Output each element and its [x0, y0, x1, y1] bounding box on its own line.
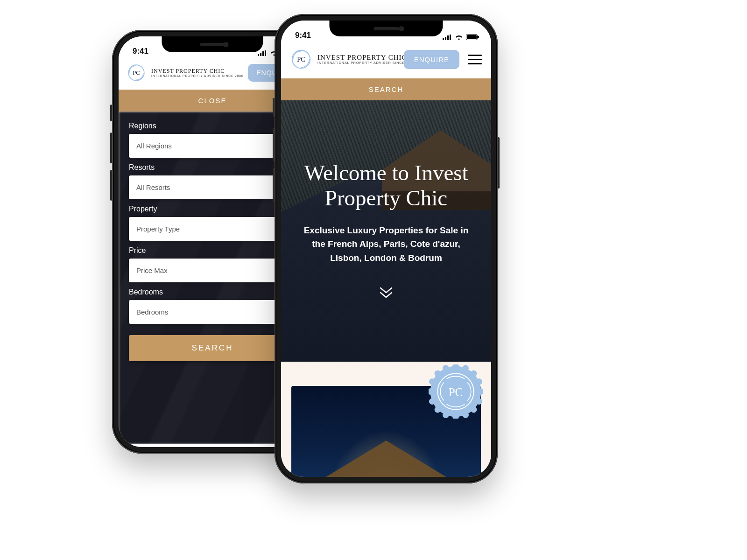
select-resorts[interactable]: All Resorts	[129, 175, 296, 199]
svg-rect-1	[260, 53, 261, 56]
hero: Welcome to Invest Property Chic Exclusiv…	[281, 100, 491, 362]
svg-point-35	[476, 378, 483, 385]
svg-point-31	[443, 412, 449, 419]
svg-point-27	[435, 406, 441, 413]
svg-text:PC: PC	[297, 56, 305, 63]
svg-rect-11	[447, 35, 449, 40]
svg-rect-10	[445, 37, 446, 40]
label-regions: Regions	[129, 122, 296, 130]
search-submit-button[interactable]: SEARCH	[129, 335, 296, 361]
brand[interactable]: PC INVEST PROPERTY CHIC INTERNATIONAL PR…	[289, 48, 400, 71]
enquire-button[interactable]: ENQUIRE	[404, 50, 459, 69]
quality-seal-icon: PC	[429, 364, 483, 419]
menu-icon[interactable]	[468, 55, 482, 64]
select-price[interactable]: Price Max	[129, 259, 296, 282]
cellular-icon	[258, 50, 267, 56]
select-bedrooms[interactable]: Bedrooms	[129, 300, 296, 324]
svg-rect-3	[265, 50, 266, 56]
label-property: Property	[129, 205, 296, 213]
svg-point-25	[435, 371, 441, 377]
device-notch	[162, 36, 263, 52]
brand-logo-icon: PC	[126, 63, 147, 83]
phone-mockup-home: 9:41 PC	[275, 14, 498, 483]
brand[interactable]: PC INVEST PROPERTY CHIC INTERNATIONAL PR…	[126, 63, 244, 83]
brand-subtitle: INTERNATIONAL PROPERTY ADVISER SINCE 200…	[317, 61, 416, 65]
label-resorts: Resorts	[129, 163, 296, 172]
search-bar[interactable]: SEARCH	[281, 78, 491, 100]
hero-title: Welcome to Invest Property Chic	[291, 160, 481, 210]
brand-subtitle: INTERNATIONAL PROPERTY ADVISER SINCE 200…	[151, 74, 244, 77]
svg-rect-0	[258, 54, 259, 56]
scroll-down-icon[interactable]	[379, 286, 394, 302]
svg-rect-9	[443, 38, 444, 40]
svg-rect-2	[262, 51, 264, 56]
svg-rect-15	[478, 36, 479, 38]
device-notch	[330, 21, 443, 36]
hero-subtitle: Exclusive Luxury Properties for Sale in …	[297, 224, 475, 265]
featured-section: PC	[281, 362, 491, 469]
svg-point-32	[463, 412, 469, 419]
svg-point-30	[463, 365, 469, 371]
svg-point-29	[443, 365, 449, 371]
svg-point-28	[471, 406, 477, 413]
svg-point-36	[476, 399, 483, 405]
label-price: Price	[129, 246, 296, 255]
brand-title: INVEST PROPERTY CHIC	[317, 54, 416, 62]
svg-rect-14	[467, 35, 477, 39]
brand-logo-icon: PC	[289, 48, 313, 71]
svg-point-34	[429, 399, 436, 405]
status-time: 9:41	[295, 31, 311, 40]
cellular-icon	[443, 35, 452, 40]
select-regions[interactable]: All Regions	[129, 134, 296, 158]
status-time: 9:41	[133, 47, 148, 56]
app-header: PC INVEST PROPERTY CHIC INTERNATIONAL PR…	[281, 42, 491, 78]
svg-rect-12	[450, 35, 451, 40]
select-property[interactable]: Property Type	[129, 217, 296, 241]
svg-text:PC: PC	[449, 386, 463, 399]
svg-text:PC: PC	[133, 70, 140, 76]
svg-point-33	[429, 378, 436, 385]
brand-title: INVEST PROPERTY CHIC	[151, 68, 244, 74]
wifi-icon	[455, 35, 463, 40]
svg-point-26	[471, 371, 477, 377]
label-bedrooms: Bedrooms	[129, 288, 296, 296]
battery-icon	[466, 34, 479, 40]
